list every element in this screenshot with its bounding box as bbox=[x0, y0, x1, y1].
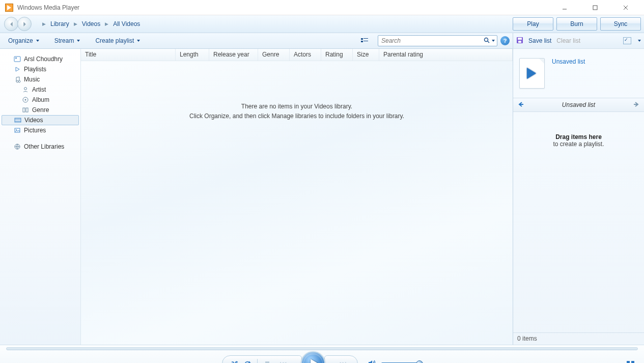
stop-button[interactable] bbox=[261, 360, 274, 363]
tab-sync[interactable]: Sync bbox=[600, 17, 641, 31]
sidebar-item-user[interactable]: Arsl Choudhry bbox=[0, 54, 80, 64]
play-button[interactable] bbox=[301, 351, 325, 363]
svg-point-16 bbox=[24, 88, 26, 90]
artist-icon bbox=[21, 86, 29, 94]
sidebar-item-videos[interactable]: Videos bbox=[2, 115, 79, 125]
svg-point-8 bbox=[485, 38, 488, 41]
breadcrumb-videos[interactable]: Videos bbox=[81, 19, 101, 29]
search-icon[interactable] bbox=[484, 37, 490, 45]
app-title: Windows Media Player bbox=[17, 4, 554, 11]
playlist-panel: Unsaved list Unsaved list Drag items her… bbox=[513, 49, 644, 345]
svg-rect-5 bbox=[363, 38, 368, 39]
svg-line-9 bbox=[488, 41, 489, 43]
pictures-icon bbox=[13, 127, 21, 134]
search-box[interactable] bbox=[378, 35, 497, 46]
next-button[interactable] bbox=[334, 360, 352, 363]
navigation-bar: ▶ Library ▶ Videos ▶ All Videos Play Bur… bbox=[0, 15, 644, 33]
drop-hint-line1: Drag items here bbox=[555, 133, 602, 141]
list-toolbar: Save list Clear list bbox=[513, 33, 644, 49]
search-input[interactable] bbox=[380, 37, 484, 45]
breadcrumb-all-videos[interactable]: All Videos bbox=[112, 19, 141, 29]
column-length[interactable]: Length bbox=[176, 49, 209, 61]
svg-rect-12 bbox=[518, 41, 521, 43]
library-icon bbox=[13, 55, 21, 63]
mute-button[interactable] bbox=[368, 359, 376, 364]
svg-rect-6 bbox=[361, 41, 363, 42]
genre-icon bbox=[21, 106, 29, 114]
sidebar-item-genre[interactable]: Genre bbox=[0, 105, 80, 115]
sidebar-item-label: Playlists bbox=[24, 66, 46, 73]
tab-burn[interactable]: Burn bbox=[556, 17, 597, 31]
minimize-button[interactable] bbox=[554, 3, 575, 13]
main-area: Arsl Choudhry Playlists Music Artist Alb… bbox=[0, 49, 644, 345]
list-options-button[interactable] bbox=[623, 37, 631, 44]
sidebar-item-label: Album bbox=[32, 96, 49, 103]
column-actors[interactable]: Actors bbox=[290, 49, 321, 61]
content-area: Title Length Release year Genre Actors R… bbox=[80, 49, 513, 345]
view-options-button[interactable] bbox=[358, 36, 373, 45]
breadcrumb-library[interactable]: Library bbox=[49, 19, 70, 29]
menu-organize[interactable]: Organize bbox=[5, 35, 42, 46]
column-headers: Title Length Release year Genre Actors R… bbox=[81, 49, 513, 61]
previous-button[interactable] bbox=[274, 360, 292, 363]
column-size[interactable]: Size bbox=[353, 49, 379, 61]
svg-rect-1 bbox=[593, 6, 597, 10]
chevron-down-icon[interactable] bbox=[638, 40, 641, 42]
maximize-button[interactable] bbox=[585, 3, 605, 13]
chevron-down-icon[interactable] bbox=[492, 40, 495, 42]
chevron-right-icon: ▶ bbox=[103, 21, 110, 26]
sidebar-item-music[interactable]: Music bbox=[0, 74, 80, 85]
sidebar-item-album[interactable]: Album bbox=[0, 95, 80, 105]
next-list-button[interactable] bbox=[633, 101, 640, 108]
sidebar-item-label: Genre bbox=[32, 106, 49, 114]
shuffle-button[interactable] bbox=[228, 360, 241, 363]
sidebar-item-pictures[interactable]: Pictures bbox=[0, 125, 80, 135]
save-list-button[interactable]: Save list bbox=[528, 37, 551, 44]
tab-play[interactable]: Play bbox=[513, 17, 553, 31]
forward-button[interactable] bbox=[17, 17, 32, 31]
videos-icon bbox=[14, 117, 21, 124]
column-parental-rating[interactable]: Parental rating bbox=[379, 49, 513, 61]
column-title[interactable]: Title bbox=[81, 49, 176, 61]
menu-create-playlist-label: Create playlist bbox=[95, 37, 134, 44]
play-icon bbox=[311, 359, 318, 363]
prev-list-button[interactable] bbox=[517, 101, 524, 108]
close-button[interactable] bbox=[615, 3, 636, 13]
switch-to-now-playing-button[interactable] bbox=[627, 361, 636, 363]
sidebar-item-label: Arsl Choudhry bbox=[24, 55, 63, 63]
save-icon bbox=[516, 37, 523, 45]
playlist-drop-target[interactable]: Drag items here to create a playlist. bbox=[513, 112, 644, 332]
svg-marker-37 bbox=[369, 360, 372, 364]
chevron-right-icon: ▶ bbox=[41, 21, 47, 26]
chevron-right-icon: ▶ bbox=[72, 21, 79, 26]
menu-organize-label: Organize bbox=[8, 37, 33, 44]
column-release-year[interactable]: Release year bbox=[209, 49, 258, 61]
svg-rect-20 bbox=[26, 108, 28, 112]
menu-create-playlist[interactable]: Create playlist bbox=[92, 35, 143, 46]
svg-rect-19 bbox=[23, 108, 25, 112]
svg-rect-4 bbox=[361, 38, 363, 40]
sidebar-item-label: Pictures bbox=[24, 127, 46, 134]
back-button[interactable] bbox=[4, 17, 18, 31]
repeat-button[interactable] bbox=[241, 360, 254, 363]
sidebar-item-artist[interactable]: Artist bbox=[0, 85, 80, 95]
sidebar-item-label: Videos bbox=[24, 117, 43, 124]
sidebar-item-label: Other Libraries bbox=[24, 143, 64, 150]
playback-bar bbox=[0, 345, 644, 363]
svg-rect-14 bbox=[15, 58, 17, 59]
playlist-icon bbox=[13, 66, 21, 73]
library-tree: Arsl Choudhry Playlists Music Artist Alb… bbox=[0, 49, 80, 345]
playlist-title[interactable]: Unsaved list bbox=[552, 58, 585, 65]
svg-rect-13 bbox=[14, 57, 20, 62]
playlist-status: 0 items bbox=[513, 332, 644, 345]
svg-point-18 bbox=[24, 99, 26, 101]
svg-rect-38 bbox=[627, 361, 630, 363]
playlist-thumbnail[interactable] bbox=[519, 58, 545, 89]
sidebar-item-playlists[interactable]: Playlists bbox=[0, 64, 80, 74]
playlist-nav: Unsaved list bbox=[513, 98, 644, 112]
sidebar-item-other-libraries[interactable]: Other Libraries bbox=[0, 142, 80, 152]
help-button[interactable]: ? bbox=[500, 36, 510, 45]
column-rating[interactable]: Rating bbox=[321, 49, 353, 61]
menu-stream[interactable]: Stream bbox=[51, 35, 83, 46]
column-genre[interactable]: Genre bbox=[258, 49, 290, 61]
